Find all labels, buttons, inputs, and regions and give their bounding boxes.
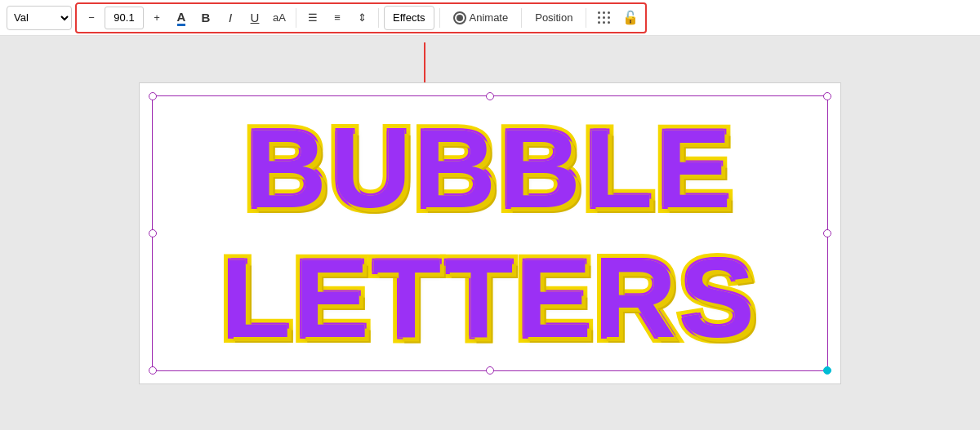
text-color-button[interactable]: A [170,7,193,29]
case-toggle-button[interactable]: aA [268,7,291,29]
grid-dots-button[interactable] [591,7,617,29]
bubble-text-line2: LETTERS [222,233,759,363]
animate-label: Animate [470,11,509,24]
handle-middle-left[interactable] [149,229,157,237]
lock-icon: 🔓 [622,10,639,25]
handle-top-middle[interactable] [486,92,494,100]
list-button[interactable]: ≡ [326,7,349,29]
divider-2 [378,8,379,28]
handle-top-left[interactable] [149,92,157,100]
handle-bottom-right[interactable] [823,366,831,375]
divider-1 [296,8,296,28]
line-height-button[interactable]: ⇕ [350,7,373,29]
lock-button[interactable]: 🔓 [619,7,642,29]
divider-3 [439,8,440,28]
line-height-icon: ⇕ [358,11,367,24]
bubble-text-container: BUBBLE LETTERS [160,104,820,363]
handle-middle-right[interactable] [823,229,831,237]
font-size-input[interactable] [105,7,144,29]
handle-bottom-middle[interactable] [486,366,494,375]
align-icon: ☰ [308,11,318,24]
font-selector[interactable]: Val [7,6,72,30]
text-color-icon: A [177,10,186,26]
italic-button[interactable]: I [219,7,242,29]
text-format-group: − + A B I U aA ☰ ≡ ⇕ Effects [75,2,647,33]
animate-button[interactable]: Animate [445,6,517,30]
underline-button[interactable]: U [243,7,266,29]
font-size-decrease-button[interactable]: − [80,7,103,29]
position-button[interactable]: Position [527,6,581,30]
bubble-text-line1: BUBBLE [246,104,735,233]
toolbar: Val − + A B I U aA ☰ ≡ ⇕ [0,0,980,36]
bold-button[interactable]: B [194,7,217,29]
grid-icon [595,8,614,28]
list-icon: ≡ [334,11,341,24]
handle-top-right[interactable] [823,92,831,100]
font-size-increase-button[interactable]: + [145,7,168,29]
handle-bottom-left[interactable] [149,366,157,375]
canvas-area: BUBBLE LETTERS [0,36,980,430]
effects-button[interactable]: Effects [384,6,434,30]
animate-icon [453,11,466,24]
align-button[interactable]: ☰ [301,7,324,29]
divider-5 [586,8,586,28]
divider-4 [521,8,522,28]
canvas[interactable]: BUBBLE LETTERS [139,82,841,384]
